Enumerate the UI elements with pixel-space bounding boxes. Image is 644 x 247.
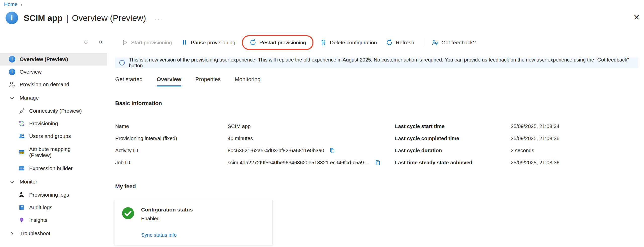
copy-icon[interactable] [329, 147, 336, 154]
provision-on-demand-icon [9, 81, 16, 88]
close-icon[interactable]: × [634, 12, 639, 22]
chevron-right-icon: › [20, 1, 22, 8]
command-bar: Start provisioning Pause provisioning Re… [111, 35, 640, 50]
sync-status-info-link[interactable]: Sync status info [141, 232, 193, 238]
page-header: i SCIM app | Overview (Preview) ··· [6, 12, 163, 24]
card-body: Configuration status Enabled Sync status… [141, 207, 193, 238]
basic-information-heading: Basic information [115, 100, 640, 107]
refresh-icon [386, 39, 393, 46]
main-content: Start provisioning Pause provisioning Re… [111, 35, 640, 245]
chevron-down-icon [9, 178, 16, 186]
chevron-right-icon [9, 230, 16, 237]
toolbar-divider [423, 38, 423, 47]
status-value: Enabled [141, 216, 193, 222]
field-row-activity-id: Activity ID 80c63621-62a5-4d03-bf82-6a68… [115, 144, 395, 157]
info-outline-icon [119, 60, 125, 66]
field-row-last-cycle-duration: Last cycle duration 2 seconds [395, 144, 640, 157]
page-title: SCIM app | Overview (Preview) [24, 13, 146, 23]
more-options-icon[interactable]: ··· [154, 14, 163, 22]
banner-text: This is a new version of the provisionin… [129, 57, 635, 69]
play-icon [121, 39, 128, 46]
field-row-steady-state: Last time steady state achieved 25/09/20… [395, 157, 640, 169]
trash-icon [320, 39, 327, 46]
sidebar-item-provisioning[interactable]: Provisioning [0, 117, 107, 130]
breadcrumb-home-link[interactable]: Home [4, 2, 17, 7]
field-row-last-cycle-completed: Last cycle completed time 25/09/2025, 21… [395, 132, 640, 144]
pause-icon [181, 39, 188, 46]
pause-provisioning-button[interactable]: Pause provisioning [176, 37, 240, 48]
svg-text:</>: </> [20, 167, 24, 170]
sidebar-item-connectivity[interactable]: Connectivity (Preview) [0, 105, 107, 117]
book-icon [18, 204, 25, 211]
field-row-name: Name SCIM app [115, 120, 395, 132]
page-subtitle: Overview (Preview) [72, 13, 146, 23]
success-check-icon [122, 207, 135, 220]
sidebar-group-manage[interactable]: Manage [0, 91, 107, 105]
sidebar-group-monitor[interactable]: Monitor [0, 175, 107, 189]
provisioning-sync-icon [18, 120, 25, 127]
tab-monitoring[interactable]: Monitoring [235, 76, 261, 86]
tab-overview[interactable]: Overview [157, 76, 181, 86]
tab-properties[interactable]: Properties [195, 76, 221, 86]
title-divider: | [66, 13, 68, 23]
my-feed-heading: My feed [115, 183, 640, 190]
sidebar-item-provision-on-demand[interactable]: Provision on demand [0, 78, 107, 91]
feedback-icon [432, 39, 438, 46]
restart-provisioning-button[interactable]: Restart provisioning [245, 37, 311, 48]
sidebar-group-troubleshoot[interactable]: Troubleshoot [0, 227, 107, 240]
basic-info-right-column: Last cycle start time 25/09/2025, 21:08:… [395, 120, 640, 169]
got-feedback-button[interactable]: Got feedback? [427, 37, 480, 48]
delete-configuration-button[interactable]: Delete configuration [315, 37, 381, 48]
app-name: SCIM app [24, 13, 63, 23]
sidebar-item-overview-preview[interactable]: i Overview (Preview) [0, 53, 107, 66]
sidebar-item-overview[interactable]: i Overview [0, 66, 107, 78]
info-banner: This is a new version of the provisionin… [115, 57, 638, 68]
configuration-status-card: Configuration status Enabled Sync status… [114, 200, 273, 245]
refresh-button[interactable]: Refresh [381, 37, 419, 48]
restart-icon [250, 39, 256, 46]
sidebar-item-insights[interactable]: Insights [0, 214, 107, 226]
users-icon [18, 133, 25, 140]
card-title: Configuration status [141, 207, 193, 213]
field-row-provisioning-interval: Provisioning interval (fixed) 40 minutes [115, 132, 395, 144]
steady-state-value: 25/09/2025, 21:08:36 [511, 160, 559, 166]
basic-information-grid: Name SCIM app Provisioning interval (fix… [115, 120, 640, 169]
job-id-value: scim.4da2272f9f5e40be963463620e513321.ec… [228, 160, 370, 166]
interval-value: 40 minutes [228, 135, 253, 141]
start-provisioning-button[interactable]: Start provisioning [117, 37, 176, 48]
chevron-down-icon [9, 95, 16, 102]
sidebar-item-expression-builder[interactable]: </> Expression builder [0, 162, 107, 175]
code-icon: </> [18, 165, 25, 172]
lightbulb-icon [18, 217, 25, 224]
field-row-last-cycle-start: Last cycle start time 25/09/2025, 21:08:… [395, 120, 640, 132]
info-icon: i [9, 56, 16, 63]
field-row-job-id: Job ID scim.4da2272f9f5e40be963463620e51… [115, 157, 395, 169]
app-info-icon: i [6, 12, 18, 24]
plug-icon [18, 107, 25, 114]
info-icon: i [9, 68, 16, 75]
collapse-sidebar-icon[interactable]: « [99, 38, 103, 46]
copy-icon[interactable] [374, 159, 381, 166]
last-cycle-completed-value: 25/09/2025, 21:08:36 [511, 135, 559, 141]
last-cycle-start-value: 25/09/2025, 21:08:34 [511, 123, 559, 129]
basic-info-left-column: Name SCIM app Provisioning interval (fix… [115, 120, 395, 169]
table-icon [18, 149, 25, 156]
dock-icon[interactable]: ◇ [84, 39, 88, 45]
sidebar-item-provisioning-logs[interactable]: Provisioning logs [0, 189, 107, 201]
name-value: SCIM app [228, 123, 251, 129]
sidebar-controls: ◇ « [0, 38, 107, 46]
sidebar-item-users-and-groups[interactable]: Users and groups [0, 130, 107, 142]
activity-id-value: 80c63621-62a5-4d03-bf82-6a6811e0b3a0 [228, 147, 324, 153]
breadcrumb: Home › [4, 2, 22, 7]
sidebar-item-attribute-mapping[interactable]: Attribute mapping (Preview) [0, 142, 107, 162]
restart-provisioning-highlight: Restart provisioning [242, 35, 314, 50]
sidebar-item-audit-logs[interactable]: Audit logs [0, 201, 107, 214]
person-logs-icon [18, 191, 25, 198]
tab-bar: Get started Overview Properties Monitori… [115, 76, 640, 86]
tab-get-started[interactable]: Get started [115, 76, 143, 86]
sidebar: i Overview (Preview) i Overview Provisio… [0, 53, 107, 240]
last-cycle-duration-value: 2 seconds [511, 147, 534, 153]
